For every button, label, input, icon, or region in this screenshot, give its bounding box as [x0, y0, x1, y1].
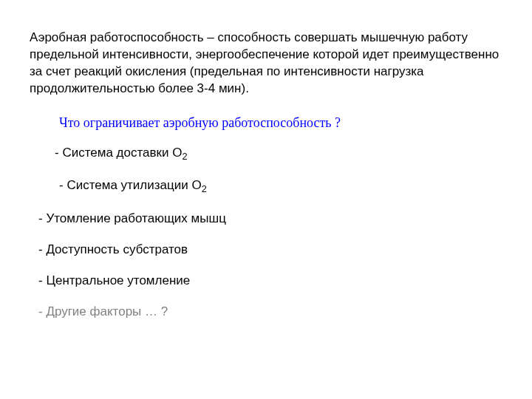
chem-symbol: O: [172, 146, 182, 160]
list-item: - Доступность субстратов: [30, 242, 502, 257]
list-item: - Утомление работающих мышц: [30, 211, 502, 226]
list-item: - Другие факторы … ?: [30, 304, 502, 319]
list-item: - Система доставки O2: [30, 146, 502, 162]
intro-paragraph: Аэробная работоспособность – способность…: [30, 30, 502, 98]
list-item: - Центральное утомление: [30, 273, 502, 288]
chem-symbol: O: [191, 178, 201, 192]
item-text: - Система доставки: [55, 146, 172, 160]
chem-subscript: 2: [182, 151, 187, 162]
chem-subscript: 2: [202, 184, 207, 195]
item-text: - Система утилизации: [59, 178, 191, 192]
slide-content: Аэробная работоспособность – способность…: [0, 0, 532, 350]
question-heading: Что ограничивает аэробную работоспособно…: [30, 115, 502, 131]
list-item: - Система утилизации O2: [30, 178, 502, 194]
